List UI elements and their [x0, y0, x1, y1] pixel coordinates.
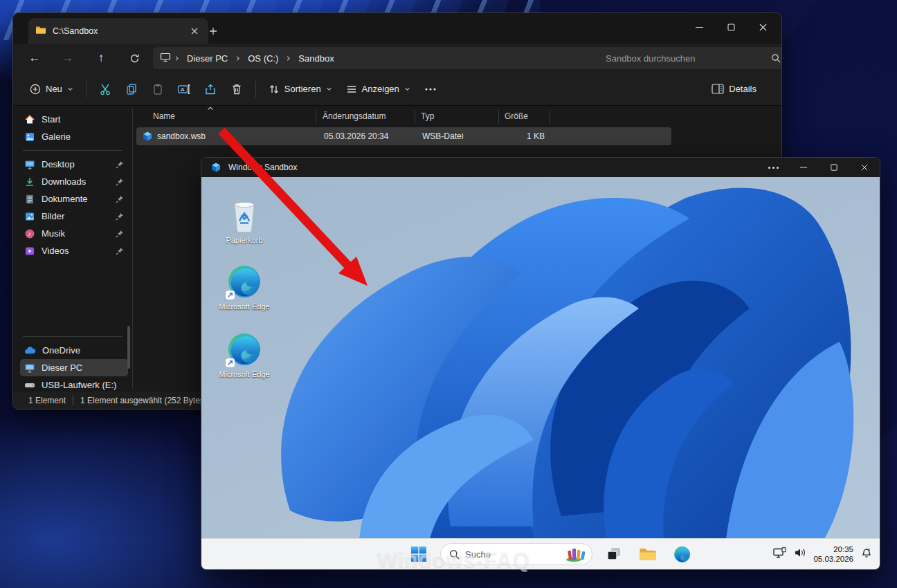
- share-button[interactable]: [197, 77, 224, 101]
- column-divider[interactable]: [498, 110, 499, 124]
- details-pane-label: Details: [729, 84, 756, 94]
- close-button[interactable]: [747, 13, 779, 41]
- sidebar-item-bilder[interactable]: Bilder: [20, 208, 128, 225]
- plus-circle-icon: [30, 84, 41, 95]
- gallery-icon: [24, 131, 35, 143]
- pictures-icon: [24, 211, 35, 222]
- edge-taskbar-button[interactable]: [669, 542, 694, 567]
- pin-icon: [116, 160, 124, 169]
- column-divider[interactable]: [550, 110, 550, 124]
- forward-button[interactable]: →: [56, 47, 80, 69]
- close-button[interactable]: [849, 158, 880, 177]
- chevron-right-icon: [174, 55, 180, 62]
- watermark: Windows-FAQ: [377, 548, 530, 573]
- sidebar-item-onedrive[interactable]: OneDrive: [20, 342, 128, 359]
- task-view-button[interactable]: [601, 542, 626, 567]
- sidebar-item-galerie[interactable]: Galerie: [20, 128, 128, 145]
- refresh-button[interactable]: [123, 47, 146, 69]
- download-icon: [24, 176, 35, 187]
- copy-button[interactable]: [118, 77, 145, 101]
- column-divider[interactable]: [316, 110, 316, 124]
- sidebar-spacer: [13, 259, 132, 331]
- sort-icon: [269, 84, 280, 95]
- videos-icon: [24, 246, 35, 257]
- delete-button[interactable]: [224, 77, 250, 101]
- up-button[interactable]: ↑: [89, 47, 113, 69]
- clock-time: 20:35: [813, 544, 853, 554]
- search-input[interactable]: Sandbox durchsuchen: [597, 47, 782, 69]
- details-pane-button[interactable]: Details: [705, 80, 763, 98]
- sidebar-item-dieser-pc[interactable]: Dieser PC: [20, 359, 128, 376]
- more-options-button[interactable]: [417, 77, 444, 101]
- column-header-size[interactable]: Größe: [505, 111, 528, 121]
- column-divider[interactable]: [415, 110, 415, 124]
- more-icon[interactable]: [758, 158, 788, 177]
- desktop-icon-edge-1[interactable]: Microsoft Edge: [212, 264, 276, 311]
- explorer-tab[interactable]: C:\Sandbox: [28, 18, 208, 44]
- column-header-name[interactable]: Name: [153, 111, 175, 121]
- minimize-button[interactable]: [683, 13, 715, 41]
- sidebar-item-downloads[interactable]: Downloads: [20, 173, 128, 190]
- new-button[interactable]: Neu: [23, 80, 80, 99]
- sandbox-title: Windows Sandbox: [228, 163, 297, 172]
- sidebar-divider: [23, 336, 123, 337]
- view-button-label: Anzeigen: [362, 84, 399, 94]
- sidebar-item-dokumente[interactable]: Dokumente: [20, 190, 128, 208]
- chevron-down-icon: [67, 86, 73, 92]
- sidebar-item-label: Videos: [42, 246, 109, 256]
- rename-button[interactable]: A: [171, 77, 197, 101]
- tab-title: C:\Sandbox: [53, 26, 181, 36]
- desktop-icon-papierkorb[interactable]: Papierkorb: [212, 198, 276, 244]
- sidebar-item-videos[interactable]: Videos: [20, 242, 128, 259]
- sidebar-item-desktop[interactable]: Desktop: [20, 156, 128, 173]
- volume-icon[interactable]: [795, 548, 806, 560]
- new-tab-button[interactable]: [204, 22, 222, 40]
- file-explorer-button[interactable]: [635, 542, 660, 567]
- minimize-button[interactable]: [788, 158, 819, 177]
- maximize-button[interactable]: [715, 13, 747, 41]
- breadcrumb[interactable]: Dieser PC OS (C:) Sandbox: [153, 47, 605, 69]
- column-header-modified[interactable]: Änderungsdatum: [323, 111, 386, 121]
- breadcrumb-item-os-c[interactable]: OS (C:): [244, 52, 282, 65]
- sidebar-divider: [23, 150, 123, 151]
- music-icon: ♪: [24, 228, 35, 239]
- sidebar-scrollbar[interactable]: [127, 326, 130, 369]
- sandbox-taskbar: Suche: [201, 538, 880, 569]
- folder-icon: [35, 24, 46, 37]
- desktop-icon-label: Microsoft Edge: [212, 302, 276, 311]
- toolbar-divider: [86, 81, 87, 98]
- breadcrumb-item-sandbox[interactable]: Sandbox: [294, 52, 338, 65]
- svg-text:♪: ♪: [28, 230, 31, 237]
- cut-button[interactable]: [92, 77, 118, 101]
- file-modified: 05.03.2026 20:34: [324, 131, 388, 141]
- notification-bell-icon[interactable]: z: [860, 547, 873, 562]
- sidebar-item-start[interactable]: Start: [20, 111, 128, 128]
- sidebar-item-label: Desktop: [42, 159, 109, 169]
- tab-close-icon[interactable]: [188, 24, 201, 38]
- paste-button[interactable]: [145, 77, 171, 101]
- desktop-icon-edge-2[interactable]: Microsoft Edge: [212, 332, 276, 378]
- sidebar-item-label: Downloads: [42, 176, 109, 187]
- network-icon[interactable]: [773, 547, 788, 561]
- wsb-file-icon: [142, 131, 153, 142]
- windows-sandbox-window: Windows Sandbox: [201, 157, 880, 570]
- back-button[interactable]: ←: [23, 47, 46, 69]
- recycle-bin-icon: [229, 198, 260, 234]
- sidebar-item-label: USB-Laufwerk (E:): [42, 380, 124, 390]
- svg-text:z: z: [869, 547, 871, 551]
- view-button[interactable]: Anzeigen: [339, 80, 417, 99]
- sidebar-item-musik[interactable]: ♪ Musik: [20, 225, 128, 242]
- breadcrumb-item-dieser-pc[interactable]: Dieser PC: [183, 52, 232, 65]
- navigation-pane: Start Galerie Desktop Downloads: [13, 106, 132, 392]
- taskbar-clock[interactable]: 20:35 05.03.2026: [813, 544, 853, 564]
- sandbox-desktop[interactable]: Papierkorb Microsoft Edge: [201, 177, 880, 539]
- search-placeholder: Sandbox durchsuchen: [606, 53, 771, 64]
- system-tray: 20:35 05.03.2026 z: [773, 539, 873, 569]
- pane-separator: [132, 109, 133, 389]
- sort-button[interactable]: Sortieren: [262, 80, 339, 99]
- sidebar-item-label: Dokumente: [42, 194, 109, 204]
- file-row-sandbox-wsb[interactable]: sandbox.wsb 05.03.2026 20:34 WSB-Datei 1…: [136, 127, 671, 145]
- search-highlight-art-icon: [565, 546, 589, 562]
- maximize-button[interactable]: [819, 158, 849, 177]
- column-header-type[interactable]: Typ: [421, 111, 434, 121]
